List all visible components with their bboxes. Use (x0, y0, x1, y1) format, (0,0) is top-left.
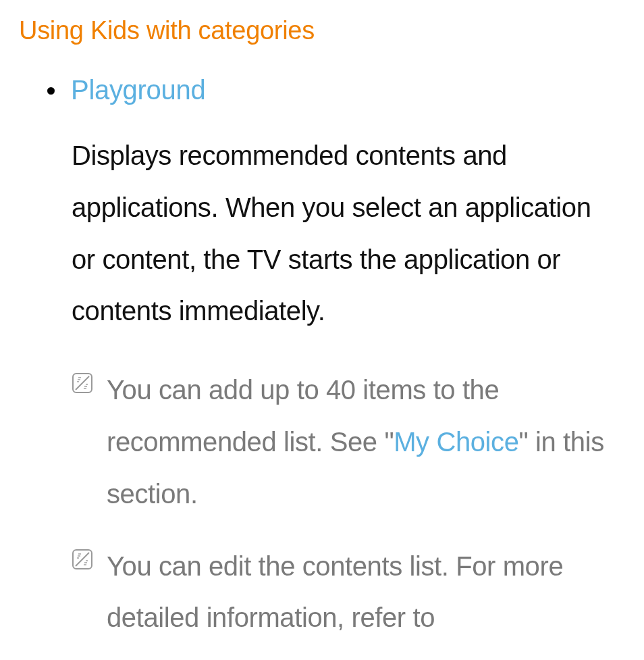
note-icon (72, 549, 93, 573)
bullet-icon (47, 87, 55, 95)
note-link[interactable]: My Choice (394, 427, 518, 457)
note-item: You can edit the contents list. For more… (19, 540, 625, 644)
svg-line-1 (76, 376, 89, 390)
svg-line-9 (76, 553, 89, 566)
note-text: You can add up to 40 items to the recomm… (107, 364, 618, 519)
section-heading: Using Kids with categories (19, 16, 625, 45)
category-description: Displays recommended contents and applic… (19, 130, 625, 337)
note-pre: You can edit the contents list. For more… (107, 551, 563, 633)
note-item: You can add up to 40 items to the recomm… (19, 364, 625, 519)
note-text: You can edit the contents list. For more… (107, 540, 618, 644)
category-item: Playground (19, 75, 625, 105)
category-title: Playground (71, 75, 205, 105)
note-icon (72, 372, 93, 397)
